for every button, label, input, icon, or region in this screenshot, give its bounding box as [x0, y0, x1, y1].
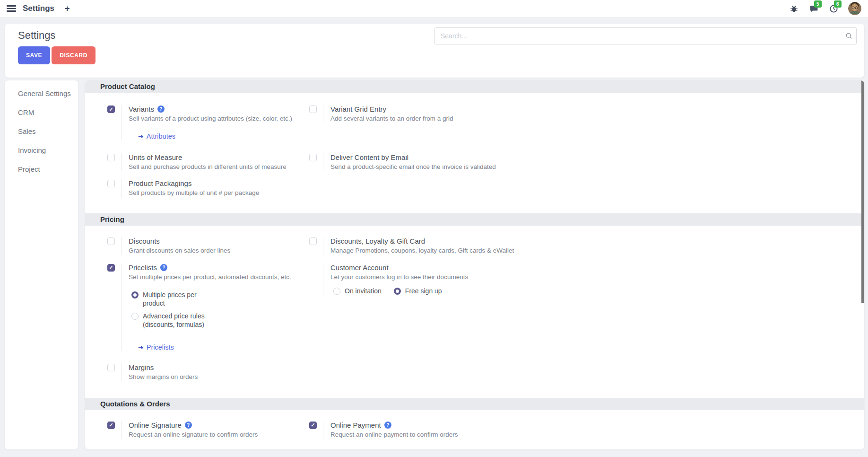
setting-variant-grid-entry: Variant Grid Entry Add several variants … [309, 105, 864, 123]
activities-count-badge: 6 [834, 0, 842, 8]
section-header-pricing: Pricing [85, 213, 864, 226]
loyalty-checkbox[interactable] [309, 237, 317, 245]
app-title[interactable]: Settings [23, 4, 54, 13]
deliver-content-desc: Send a product-specific email once the i… [330, 163, 496, 171]
radio-multiple-prices[interactable]: Multiple prices per product [131, 291, 291, 308]
setting-online-payment: Online Payment Request an online payment… [309, 421, 864, 439]
deliver-content-checkbox[interactable] [309, 154, 317, 161]
radio-unselected-icon [131, 313, 139, 320]
online-payment-checkbox[interactable] [309, 422, 317, 429]
settings-main-panel: Product Catalog Variants Sell variants o… [85, 80, 864, 449]
user-avatar[interactable] [848, 2, 861, 15]
product-packagings-desc: Sell products by multiple of unit # per … [129, 189, 259, 197]
sidebar-item-sales[interactable]: Sales [5, 122, 78, 141]
customer-account-title: Customer Account [330, 264, 389, 272]
margins-checkbox[interactable] [107, 364, 115, 371]
margins-desc: Show margins on orders [129, 373, 198, 381]
loyalty-desc: Manage Promotions, coupons, loyalty card… [330, 246, 514, 255]
page-title: Settings [18, 29, 56, 42]
setting-loyalty-gift-card: Discounts, Loyalty & Gift Card Manage Pr… [309, 237, 864, 255]
setting-product-packagings: Product Packagings Sell products by mult… [85, 179, 309, 197]
deliver-content-title: Deliver Content by Email [330, 153, 408, 161]
sidebar-item-invoicing[interactable]: Invoicing [5, 141, 78, 160]
search-icon[interactable] [842, 32, 856, 40]
customer-account-desc: Let your customers log in to see their d… [330, 273, 468, 281]
units-of-measure-title: Units of Measure [129, 153, 182, 161]
pricelists-checkbox[interactable] [107, 264, 115, 272]
variants-checkbox[interactable] [107, 105, 115, 113]
arrow-right-icon [138, 344, 144, 351]
online-payment-title: Online Payment [330, 421, 381, 429]
messages-count-badge: 5 [814, 0, 822, 8]
discounts-checkbox[interactable] [107, 237, 115, 245]
help-icon[interactable] [185, 422, 192, 429]
debug-bug-icon[interactable] [789, 3, 799, 14]
hamburger-menu-icon[interactable] [7, 5, 16, 12]
units-of-measure-checkbox[interactable] [107, 154, 115, 161]
variant-grid-entry-desc: Add several variants to an order from a … [330, 114, 453, 123]
variant-grid-entry-checkbox[interactable] [309, 105, 317, 113]
save-button[interactable]: SAVE [18, 46, 50, 64]
radio-advanced-rules[interactable]: Advanced price rules (discounts, formula… [131, 312, 291, 329]
pricelists-desc: Set multiple prices per product, automat… [129, 273, 291, 281]
settings-sidebar: General Settings CRM Sales Invoicing Pro… [5, 80, 78, 449]
settings-header-panel: Settings SAVE DISCARD [5, 24, 864, 78]
sidebar-item-project[interactable]: Project [5, 160, 78, 179]
section-header-product-catalog: Product Catalog [85, 80, 864, 93]
online-signature-desc: Request an online signature to confirm o… [129, 431, 258, 439]
vertical-scrollbar[interactable] [861, 80, 864, 303]
radio-selected-icon [394, 288, 401, 295]
setting-margins: Margins Show margins on orders [85, 363, 309, 381]
discounts-title: Discounts [129, 237, 160, 245]
setting-customer-account: Customer Account Let your customers log … [309, 264, 864, 296]
variants-title: Variants [129, 105, 154, 113]
setting-discounts: Discounts Grant discounts on sales order… [85, 237, 309, 255]
section-header-quotations-orders: Quotations & Orders [85, 398, 864, 410]
top-navbar: Settings + 5 6 [0, 0, 868, 17]
new-tab-icon[interactable]: + [65, 4, 70, 13]
online-signature-checkbox[interactable] [107, 422, 115, 429]
sidebar-item-crm[interactable]: CRM [5, 103, 78, 122]
sidebar-item-general-settings[interactable]: General Settings [5, 84, 78, 103]
margins-title: Margins [129, 363, 154, 371]
online-payment-desc: Request an online payment to confirm ord… [330, 431, 458, 439]
discounts-desc: Grant discounts on sales order lines [129, 246, 230, 255]
product-packagings-title: Product Packagings [129, 179, 191, 187]
search-input[interactable] [435, 32, 842, 40]
radio-free-sign-up[interactable]: Free sign up [394, 287, 442, 296]
help-icon[interactable] [160, 264, 167, 271]
pricelists-title: Pricelists [129, 264, 157, 272]
online-signature-title: Online Signature [129, 421, 182, 429]
setting-variants: Variants Sell variants of a product usin… [85, 105, 309, 140]
pricelists-link[interactable]: Pricelists [138, 343, 291, 351]
discard-button[interactable]: DISCARD [52, 46, 95, 64]
loyalty-title: Discounts, Loyalty & Gift Card [330, 237, 425, 245]
radio-on-invitation[interactable]: On invitation [333, 287, 382, 296]
attributes-link[interactable]: Attributes [138, 132, 292, 140]
setting-deliver-content-by-email: Deliver Content by Email Send a product-… [309, 153, 864, 171]
help-icon[interactable] [384, 422, 391, 429]
setting-units-of-measure: Units of Measure Sell and purchase produ… [85, 153, 309, 171]
search-bar [434, 27, 857, 44]
radio-unselected-icon [333, 288, 340, 295]
setting-online-signature: Online Signature Request an online signa… [85, 421, 309, 439]
units-of-measure-desc: Sell and purchase products in different … [129, 163, 286, 171]
setting-pricelists: Pricelists Set multiple prices per produ… [85, 264, 309, 351]
variants-desc: Sell variants of a product using attribu… [129, 114, 292, 123]
product-packagings-checkbox[interactable] [107, 180, 115, 187]
radio-selected-icon [131, 291, 139, 299]
help-icon[interactable] [157, 105, 165, 113]
activities-clock-icon[interactable]: 6 [828, 3, 839, 14]
variant-grid-entry-title: Variant Grid Entry [330, 105, 386, 113]
arrow-right-icon [138, 133, 144, 140]
messages-icon[interactable]: 5 [808, 3, 819, 14]
